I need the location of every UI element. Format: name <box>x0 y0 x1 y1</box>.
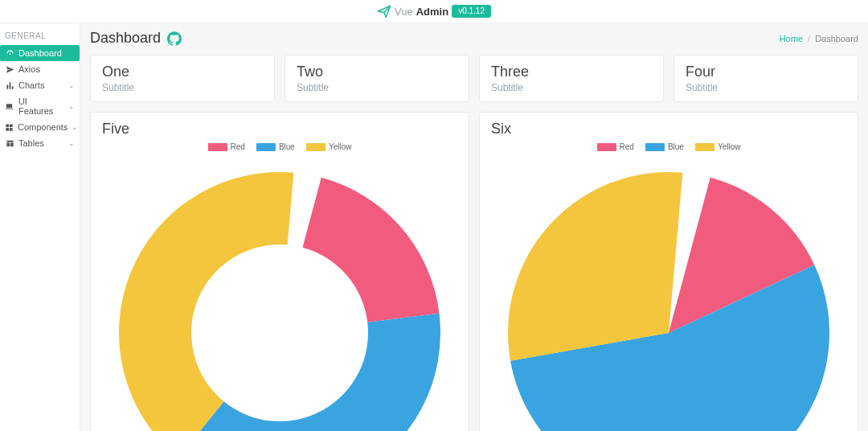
breadcrumbs: Home / Dashboard <box>780 34 858 43</box>
legend-label: Red <box>620 142 634 151</box>
legend-label: Red <box>231 142 245 151</box>
page-title: Dashboard <box>90 30 161 47</box>
brand-first: Vue <box>395 6 413 18</box>
chart-slice[interactable] <box>119 172 293 431</box>
sidebar-item-charts[interactable]: Charts ⌄ <box>0 77 80 93</box>
chart-slice[interactable] <box>508 172 682 361</box>
card-subtitle: Subtitle <box>491 82 652 93</box>
legend-swatch <box>645 143 665 151</box>
card-subtitle: Subtitle <box>297 82 457 93</box>
brand-text: VueAdmin <box>395 6 448 18</box>
card-title: One <box>102 64 263 80</box>
laptop-icon <box>5 102 14 111</box>
sidebar-section-label: GENERAL <box>0 23 80 45</box>
pie-chart <box>492 156 845 431</box>
breadcrumb-current: Dashboard <box>815 34 858 43</box>
stat-card-three: Three Subtitle <box>479 55 664 102</box>
shell: GENERAL Dashboard Axios Charts ⌄ UI Fea <box>0 23 868 431</box>
table-icon <box>5 139 14 148</box>
legend-item-red[interactable]: Red <box>208 142 245 151</box>
legend-label: Yellow <box>329 142 352 151</box>
legend-item-blue[interactable]: Blue <box>645 142 684 151</box>
legend-swatch <box>597 143 616 151</box>
topbar: VueAdmin v0.1.12 <box>0 0 868 23</box>
stat-card-four: Four Subtitle <box>674 55 858 102</box>
paper-plane-icon <box>377 4 391 18</box>
sidebar-item-dashboard[interactable]: Dashboard <box>0 45 80 61</box>
stat-card-two: Two Subtitle <box>285 55 469 102</box>
chart-card-five: Five Red Blue Yellow <box>90 112 469 431</box>
sidebar: GENERAL Dashboard Axios Charts ⌄ UI Fea <box>0 23 80 431</box>
sidebar-item-label: Dashboard <box>18 48 62 58</box>
card-title: Four <box>686 64 846 80</box>
legend-swatch <box>695 143 714 151</box>
sidebar-item-label: Charts <box>18 80 44 90</box>
chevron-down-icon: ⌄ <box>68 139 75 147</box>
stat-cards-row: One Subtitle Two Subtitle Three Subtitle… <box>90 55 858 102</box>
legend-item-blue[interactable]: Blue <box>256 142 295 151</box>
card-title: Six <box>491 121 846 138</box>
doughnut-chart <box>103 156 457 431</box>
github-icon[interactable] <box>167 31 182 46</box>
chart-legend: Red Blue Yellow <box>102 142 457 151</box>
brand-second: Admin <box>416 6 448 18</box>
send-icon <box>5 65 14 74</box>
grid-icon <box>5 123 14 132</box>
legend-item-yellow[interactable]: Yellow <box>695 142 741 151</box>
card-subtitle: Subtitle <box>102 82 263 93</box>
legend-swatch <box>208 143 227 151</box>
page-header: Dashboard Home / Dashboard <box>90 30 858 47</box>
stat-card-one: One Subtitle <box>90 55 275 102</box>
legend-item-yellow[interactable]: Yellow <box>306 142 352 151</box>
dashboard-icon <box>5 49 14 58</box>
card-title: Two <box>297 64 457 80</box>
breadcrumb-home[interactable]: Home <box>780 34 803 43</box>
sidebar-item-label: Axios <box>18 64 40 74</box>
chevron-down-icon: ⌄ <box>68 102 75 110</box>
breadcrumb-sep: / <box>805 34 813 43</box>
legend-label: Blue <box>668 142 684 151</box>
sidebar-item-label: Components <box>18 122 68 132</box>
legend-swatch <box>256 143 276 151</box>
card-title: Three <box>491 64 652 80</box>
bar-chart-icon <box>5 81 14 90</box>
sidebar-item-ui-features[interactable]: UI Features ⌄ <box>0 93 80 119</box>
card-subtitle: Subtitle <box>686 82 846 93</box>
chart-holder <box>102 156 457 431</box>
chart-legend: Red Blue Yellow <box>491 142 846 151</box>
chart-holder <box>491 156 846 431</box>
chart-card-six: Six Red Blue Yellow <box>479 112 858 431</box>
main: Dashboard Home / Dashboard One Subtitle … <box>80 23 868 431</box>
sidebar-item-components[interactable]: Components ⌄ <box>0 119 80 135</box>
chart-slice[interactable] <box>178 314 440 431</box>
chart-cards-row: Five Red Blue Yellow Six Red Blue Yellow <box>90 112 858 431</box>
sidebar-item-label: UI Features <box>18 96 64 116</box>
legend-label: Yellow <box>718 142 741 151</box>
legend-item-red[interactable]: Red <box>597 142 634 151</box>
sidebar-item-label: Tables <box>18 138 44 148</box>
sidebar-item-axios[interactable]: Axios <box>0 61 80 77</box>
chevron-down-icon: ⌄ <box>72 123 78 131</box>
page-title-wrap: Dashboard <box>90 30 182 47</box>
chevron-down-icon: ⌄ <box>68 81 75 89</box>
card-title: Five <box>102 121 457 138</box>
chart-slice[interactable] <box>302 178 439 322</box>
sidebar-item-tables[interactable]: Tables ⌄ <box>0 135 80 151</box>
legend-label: Blue <box>279 142 295 151</box>
version-badge[interactable]: v0.1.12 <box>452 5 491 18</box>
legend-swatch <box>306 143 326 151</box>
